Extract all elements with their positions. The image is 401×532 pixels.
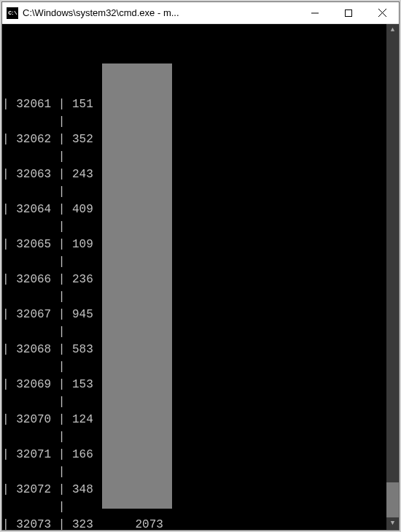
table-row: | 32070 | 124 6382 bbox=[2, 411, 399, 428]
table-row: | 32067 | 945 59 bbox=[2, 306, 399, 323]
cmd-window: C:\ C:\Windows\system32\cmd.exe - m... |… bbox=[1, 1, 400, 531]
table-row: | 32073 | 323 2073 bbox=[2, 516, 399, 530]
minimize-button[interactable] bbox=[298, 2, 332, 23]
row-separator: | bbox=[2, 148, 399, 166]
table-row: | 32072 | 348 693 bbox=[2, 481, 399, 498]
cmd-icon-text: C:\ bbox=[8, 9, 16, 16]
row-separator: | bbox=[2, 463, 399, 481]
table-row: | 32061 | 151 9080 bbox=[2, 96, 399, 113]
table-row: | 32068 | 583 995 bbox=[2, 341, 399, 358]
redaction-overlay bbox=[102, 63, 172, 509]
row-separator: | bbox=[2, 253, 399, 271]
row-separator: | bbox=[2, 393, 399, 411]
svg-rect-1 bbox=[346, 9, 352, 16]
table-row: | 32071 | 166 9408 bbox=[2, 446, 399, 463]
titlebar[interactable]: C:\ C:\Windows\system32\cmd.exe - m... bbox=[2, 2, 399, 24]
cmd-icon: C:\ bbox=[7, 7, 18, 19]
window-title: C:\Windows\system32\cmd.exe - m... bbox=[23, 7, 298, 18]
terminal-area[interactable]: | 32061 | 151 9080 || 32062 | 352 0016 |… bbox=[2, 24, 399, 530]
table-row: | 32062 | 352 0016 bbox=[2, 131, 399, 148]
row-separator: | bbox=[2, 428, 399, 446]
table-row: | 32065 | 109 3523 bbox=[2, 236, 399, 253]
scroll-up-icon[interactable]: ▲ bbox=[386, 24, 399, 36]
table-row: | 32063 | 243 1348 bbox=[2, 166, 399, 183]
row-separator: | bbox=[2, 358, 399, 376]
scroll-down-icon[interactable]: ▼ bbox=[386, 517, 399, 530]
row-separator: | bbox=[2, 288, 399, 306]
window-controls bbox=[298, 2, 399, 23]
scroll-thumb[interactable] bbox=[386, 482, 399, 517]
scrollbar[interactable]: ▲ ▼ bbox=[386, 24, 399, 530]
row-separator: | bbox=[2, 498, 399, 516]
row-separator: | bbox=[2, 183, 399, 201]
row-separator: | bbox=[2, 323, 399, 341]
table-row: | 32064 | 409 995 bbox=[2, 201, 399, 218]
row-separator: | bbox=[2, 113, 399, 131]
close-button[interactable] bbox=[365, 2, 399, 23]
row-separator: | bbox=[2, 218, 399, 236]
terminal-content: | 32061 | 151 9080 || 32062 | 352 0016 |… bbox=[2, 61, 399, 530]
maximize-button[interactable] bbox=[332, 2, 365, 23]
table-row: | 32066 | 236 041 bbox=[2, 271, 399, 288]
table-row: | 32069 | 153 0123 bbox=[2, 376, 399, 393]
